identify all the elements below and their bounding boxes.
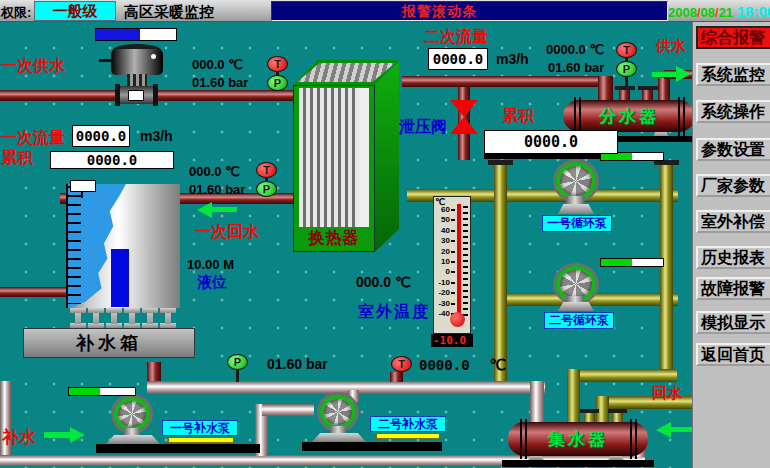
- thermometer-bulb: [450, 312, 465, 327]
- makeup-pump2-label: 二号补水泵: [370, 416, 446, 432]
- vessel-stand: [502, 460, 654, 467]
- arrow-shaft: [211, 207, 237, 212]
- menu-button-factory-params[interactable]: 厂家参数: [696, 174, 770, 197]
- makeup-label: 补水: [2, 426, 36, 449]
- collector-vessel: 集水器: [508, 422, 648, 456]
- hmi-screen: 换热器 分水器 集水器 补水箱 ℃ 60 50: [0, 0, 770, 468]
- pump-pedestal: [558, 204, 594, 214]
- heat-exchanger-label: 换热器: [293, 228, 375, 249]
- tick: -10: [434, 279, 455, 287]
- pump-pedestal: [106, 435, 160, 444]
- flow-arrow-right-icon: [70, 427, 85, 443]
- riser-mid-branch: [262, 404, 314, 416]
- tick: 10: [434, 258, 455, 266]
- vessel-flange: [683, 97, 685, 136]
- vessel-stand: [612, 136, 692, 142]
- primary-flow-unit: m3/h: [140, 128, 173, 144]
- menu-button-system-operate[interactable]: 系统操作: [696, 100, 770, 123]
- alarm-ticker: 报警滚动条: [271, 1, 668, 21]
- label-text: 二号循环泵: [549, 312, 609, 329]
- circ-pump1-label: 一号循环泵: [542, 215, 612, 232]
- pipe-makeup-inlet: [0, 287, 66, 297]
- vessel-flange: [520, 419, 522, 459]
- pump-plinth: [302, 442, 442, 451]
- thermometer-scale: 60 50 40 30 20 10 0 -10 -20 -30 -40: [434, 206, 455, 318]
- secondary-acc-label: 累积: [502, 106, 534, 127]
- pipe-makeup-main: [147, 381, 545, 394]
- nozzle-flange: [638, 86, 658, 90]
- temp-sensor-icon: T: [267, 56, 288, 72]
- pipe-secondary-elbow: [598, 76, 613, 102]
- outdoor-temp-label: 室外温度: [358, 302, 430, 323]
- supply-riser: [658, 78, 670, 102]
- date-month: 08: [701, 5, 715, 20]
- menu-button-fault-alarm[interactable]: 故障报警: [696, 277, 770, 300]
- pump-neck: [566, 196, 584, 204]
- menu-button-history-report[interactable]: 历史报表: [696, 246, 770, 269]
- temp-sensor-icon: T: [391, 356, 412, 372]
- tick: 40: [434, 227, 455, 235]
- tank-foot: [70, 308, 86, 328]
- permission-value: 一般级: [34, 1, 116, 21]
- label-text: 一号循环泵: [547, 215, 607, 232]
- titlebar: 权限: 一般级 高区采暖监控 报警滚动条 2008/08/21 18:00:0: [0, 0, 770, 22]
- sensor-letter: T: [274, 58, 281, 70]
- collector-nozzle: [612, 413, 623, 422]
- sensor-letter: T: [398, 358, 405, 370]
- primary-return-temp: 000.0 ℃: [189, 164, 240, 179]
- flow-arrow-left-icon: [656, 422, 671, 438]
- secondary-flow-label: 二次流量: [424, 27, 488, 48]
- tick: 30: [434, 237, 455, 245]
- primary-flow-label: 一次流量: [1, 128, 65, 149]
- menu-button-outdoor-compensation[interactable]: 室外补偿: [696, 210, 770, 233]
- tick: 50: [434, 216, 455, 224]
- primary-supply-label: 一次供水: [1, 56, 65, 77]
- pipe-return-step1: [567, 369, 677, 382]
- menu-button-alarm-summary[interactable]: 综合报警: [696, 26, 770, 49]
- pump-pedestal: [558, 302, 594, 311]
- return-word: 回水: [652, 384, 682, 403]
- valve-opening-bar: [95, 28, 177, 41]
- arrow-shaft: [670, 427, 692, 432]
- tank-foot: [160, 308, 176, 328]
- pump-neck: [330, 426, 346, 433]
- distributor-label: 分水器: [599, 105, 659, 128]
- date-day: 21: [719, 5, 733, 20]
- menu-button-param-setting[interactable]: 参数设置: [696, 138, 770, 161]
- label-text: 一号补水泵: [170, 420, 230, 437]
- nozzle-flange: [580, 409, 599, 413]
- tank-base: 补水箱: [23, 328, 195, 358]
- tick: 60: [434, 206, 455, 214]
- menu-button-system-monitor[interactable]: 系统监控: [696, 63, 770, 86]
- makeup-pump1-bar: [68, 387, 136, 396]
- secondary-supply-press: 01.60 bar: [548, 60, 604, 75]
- pressure-sensor-icon: P: [227, 354, 248, 370]
- level-float-gauge: [70, 180, 96, 192]
- sensor-letter: P: [274, 77, 281, 89]
- pump-plinth: [96, 444, 260, 453]
- temp-sensor-stub: [390, 372, 403, 382]
- heat-exchanger-plates: [299, 88, 359, 227]
- collector-nozzle: [584, 413, 595, 422]
- pressure-sensor-icon: P: [267, 75, 288, 91]
- menu-button-simulation-display[interactable]: 模拟显示: [696, 311, 770, 334]
- flow-arrow-left-icon: [197, 202, 212, 218]
- supply-word: 供水: [656, 37, 686, 56]
- makeup-pump1-icon: [114, 397, 150, 431]
- temp-sensor-icon: T: [616, 42, 637, 58]
- pipe-return-drop1: [567, 369, 580, 425]
- motor-valve-indicator: [151, 54, 156, 59]
- tank-level-label: 液位: [197, 273, 227, 292]
- sensor-letter: P: [623, 63, 630, 75]
- tank-level-value: 10.00 M: [187, 257, 234, 272]
- thermometer-mercury: [457, 204, 461, 320]
- circ-pump2-bar: [600, 258, 664, 267]
- motor-valve-lever: [99, 59, 113, 62]
- date-year: 2008: [668, 5, 697, 20]
- vessel-flange: [635, 419, 637, 459]
- motor-valve-body: [111, 49, 163, 75]
- menu-button-back-home[interactable]: 返回首页: [696, 343, 770, 366]
- nozzle-flange: [615, 86, 635, 90]
- pipe-makeup-drop: [530, 381, 544, 426]
- relief-valve-icon: [450, 117, 478, 134]
